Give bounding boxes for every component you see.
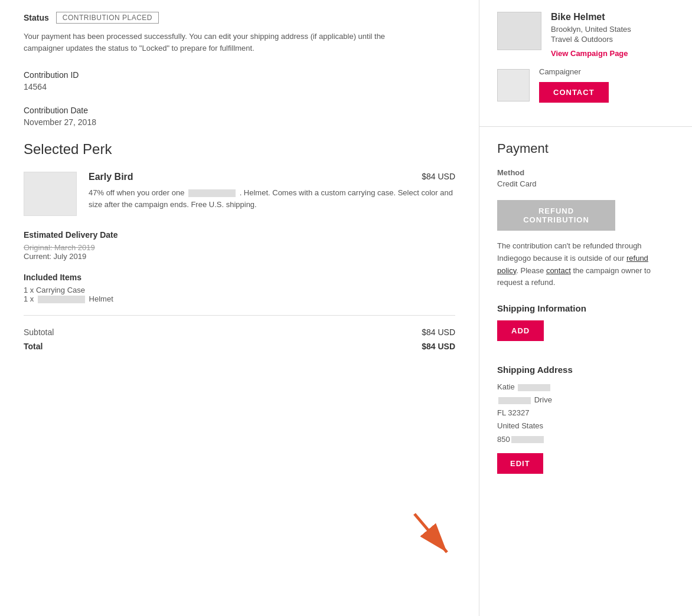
selected-perk-section: Selected Perk Early Bird $84 USD 47% off… [24, 141, 455, 303]
edit-address-button[interactable]: EDIT [497, 453, 543, 474]
selected-perk-title: Selected Perk [24, 141, 455, 158]
method-value: Credit Card [497, 179, 674, 188]
address-redacted-2 [498, 397, 531, 404]
perk-card: Early Bird $84 USD 47% off when you orde… [24, 172, 455, 216]
perk-redacted-2 [38, 296, 85, 303]
original-delivery-date: Original: March 2019 [24, 243, 455, 252]
contribution-date-label: Contribution Date [24, 106, 455, 115]
total-row: Total $84 USD [24, 342, 455, 351]
included-items-section: Included Items 1 x Carrying Case 1 x Hel… [24, 273, 455, 303]
campaign-info-section: Bike Helmet Brooklyn, United States Trav… [479, 0, 692, 127]
right-column: Bike Helmet Brooklyn, United States Trav… [479, 0, 692, 616]
payment-section: Payment Method Credit Card REFUND CONTRI… [479, 127, 692, 497]
subtotal-row: Subtotal $84 USD [24, 327, 455, 337]
address-country: United States [497, 420, 674, 432]
perk-description: 47% off when you order one . Helmet. Com… [89, 187, 455, 210]
perk-price: $84 USD [422, 172, 455, 181]
campaign-meta: Bike Helmet Brooklyn, United States Trav… [551, 12, 674, 58]
shipping-address-title: Shipping Address [497, 365, 674, 375]
item-1: 1 x Carrying Case [24, 286, 455, 294]
perk-image [24, 172, 77, 216]
campaign-location: Brooklyn, United States [551, 25, 674, 34]
contribution-date-value: November 27, 2018 [24, 117, 455, 127]
campaigner-section: Campaigner CONTACT [497, 67, 674, 103]
total-label: Total [24, 342, 43, 351]
address-name: Katie [497, 381, 674, 394]
current-delivery-date: Current: July 2019 [24, 252, 455, 261]
delivery-date-section: Estimated Delivery Date Original: March … [24, 230, 455, 261]
campaigner-label: Campaigner [539, 67, 609, 76]
perk-redacted-1 [188, 189, 236, 197]
address-phone: 850 [497, 433, 674, 446]
add-shipping-button[interactable]: ADD [497, 320, 544, 341]
left-column: Status CONTRIBUTION PLACED Your payment … [0, 0, 479, 616]
campaign-name: Bike Helmet [551, 12, 674, 22]
contribution-id-group: Contribution ID 14564 [24, 70, 455, 91]
delivery-date-label: Estimated Delivery Date [24, 230, 455, 240]
item-2: 1 x Helmet [24, 294, 455, 303]
contribution-date-group: Contribution Date November 27, 2018 [24, 106, 455, 127]
total-value: $84 USD [422, 342, 455, 351]
subtotal-label: Subtotal [24, 327, 54, 337]
status-label: Status [24, 13, 49, 22]
perk-header: Early Bird $84 USD [89, 172, 455, 182]
status-row: Status CONTRIBUTION PLACED [24, 12, 455, 24]
refund-note: The contribution can't be refunded throu… [497, 240, 668, 289]
included-items-label: Included Items [24, 273, 455, 282]
contribution-id-value: 14564 [24, 82, 455, 91]
status-badge: CONTRIBUTION PLACED [56, 12, 159, 24]
campaign-thumbnail [497, 12, 541, 50]
address-redacted-3 [511, 436, 544, 443]
address-redacted-1 [518, 384, 550, 391]
contribution-id-label: Contribution ID [24, 70, 455, 80]
method-label: Method [497, 168, 674, 177]
campaigner-info: Campaigner CONTACT [539, 67, 609, 103]
status-description: Your payment has been processed successf… [24, 31, 425, 54]
contact-button[interactable]: CONTACT [539, 82, 609, 103]
campaigner-avatar [497, 69, 530, 101]
subtotal-value: $84 USD [422, 327, 455, 337]
view-campaign-link[interactable]: View Campaign Page [551, 49, 628, 58]
campaign-category: Travel & Outdoors [551, 35, 674, 44]
perk-details: Early Bird $84 USD 47% off when you orde… [89, 172, 455, 216]
shipping-info-section: Shipping Information ADD [497, 303, 674, 353]
address-state-zip: FL 32327 [497, 407, 674, 420]
refund-contribution-button[interactable]: REFUND CONTRIBUTION [497, 200, 615, 231]
shipping-address-section: Shipping Address Katie Drive FL 32327 Un… [497, 365, 674, 473]
address-street: Drive [497, 394, 674, 407]
payment-title: Payment [497, 141, 674, 156]
perk-name: Early Bird [89, 172, 133, 182]
contact-campaign-link[interactable]: contact [546, 266, 571, 275]
shipping-info-title: Shipping Information [497, 303, 674, 313]
totals-divider [24, 315, 455, 316]
campaign-header: Bike Helmet Brooklyn, United States Trav… [497, 12, 674, 58]
